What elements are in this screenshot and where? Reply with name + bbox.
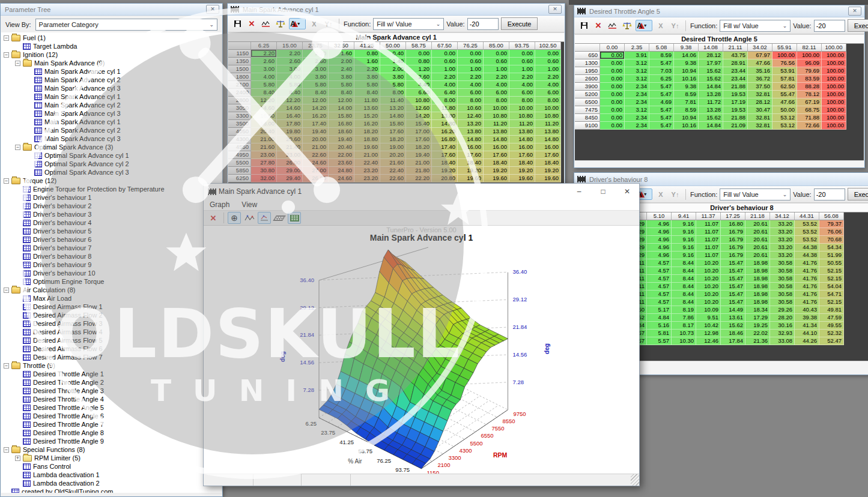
table-cell[interactable]: 0.60: [432, 58, 458, 65]
table-cell[interactable]: 49.55: [819, 322, 844, 330]
table-cell[interactable]: 0.00: [458, 50, 484, 58]
table-cell[interactable]: 29.40: [277, 175, 303, 182]
tree-item[interactable]: Desired Airmass Flow 5: [1, 336, 222, 345]
table-cell[interactable]: 13.28: [699, 91, 723, 98]
col-header[interactable]: 82.11: [797, 44, 822, 52]
tree-item[interactable]: Desired Throttle Angle 3: [1, 387, 222, 395]
tree-item[interactable]: Driver's behaviour 6: [1, 235, 222, 244]
table-cell[interactable]: 17.40: [432, 143, 458, 151]
table-cell[interactable]: 8.40: [354, 89, 380, 97]
table-cell[interactable]: 28.12: [699, 52, 723, 59]
table-cell[interactable]: 28.91: [723, 59, 748, 67]
table-cell[interactable]: 23.00: [277, 151, 303, 159]
table-cell[interactable]: 16.20: [432, 128, 458, 136]
table-cell[interactable]: 13.80: [432, 112, 458, 120]
table-cell[interactable]: 5.47: [649, 122, 674, 130]
table-cell[interactable]: 4.96: [647, 244, 672, 252]
table-cell[interactable]: 8.44: [672, 259, 696, 267]
table-cell[interactable]: 12.00: [303, 97, 329, 104]
save-icon[interactable]: [578, 20, 590, 31]
table-cell[interactable]: 18.98: [745, 267, 770, 275]
table-cell[interactable]: 2.20: [484, 73, 509, 81]
row-header[interactable]: 1800: [228, 73, 251, 81]
tree-item[interactable]: Lambda deactivation 1: [1, 471, 222, 479]
table-cell[interactable]: 0.00: [535, 50, 561, 58]
table-cell[interactable]: 12.40: [458, 112, 484, 120]
table-cell[interactable]: 67.19: [797, 98, 822, 106]
row-header[interactable]: 1300: [575, 59, 600, 67]
tree-expander-icon[interactable]: −: [4, 447, 9, 453]
tree-item[interactable]: Driver's behaviour 8: [1, 252, 222, 261]
value-input[interactable]: [814, 20, 845, 32]
table-cell[interactable]: 2.40: [329, 65, 354, 73]
table-cell[interactable]: 52.15: [819, 267, 844, 275]
table-cell[interactable]: 17.60: [380, 128, 406, 136]
tree-item[interactable]: Optimum Engine Torque: [1, 277, 222, 286]
table-cell[interactable]: 18.34: [745, 306, 770, 314]
table-cell[interactable]: 1.00: [458, 65, 484, 73]
table-cell[interactable]: 52.47: [819, 337, 844, 345]
table-cell[interactable]: 13.28: [699, 106, 723, 114]
delete-icon[interactable]: ✕: [592, 20, 604, 31]
row-header[interactable]: 8450: [575, 114, 600, 122]
table-cell[interactable]: 41.76: [795, 298, 819, 306]
table-cell[interactable]: 1.00: [509, 65, 535, 73]
table-cell[interactable]: 55.47: [772, 91, 797, 98]
row-header[interactable]: 4300: [228, 136, 251, 143]
table-cell[interactable]: 15.62: [699, 75, 723, 83]
table-cell[interactable]: 3.12: [625, 67, 649, 75]
col-header[interactable]: 9.38: [674, 44, 699, 52]
tree-item[interactable]: Optimal Spark Advance cyl 1: [1, 151, 222, 160]
row-header[interactable]: 1350: [228, 58, 251, 65]
table-cell[interactable]: 5.47: [649, 106, 674, 114]
table-cell[interactable]: 29.26: [770, 306, 795, 314]
tree-item[interactable]: Lambda deactivation 2: [1, 479, 222, 487]
table-cell[interactable]: 4.00: [277, 73, 303, 81]
table-cell[interactable]: 53.52: [795, 228, 819, 236]
table-cell[interactable]: 16.79: [721, 228, 745, 236]
menu-graph[interactable]: Graph: [210, 200, 229, 209]
table-cell[interactable]: 8.40: [329, 89, 354, 97]
table-cell[interactable]: 33.20: [770, 244, 795, 252]
tree-item[interactable]: Main Spark Advance cyl 3: [1, 134, 222, 143]
table-cell[interactable]: 19.60: [535, 175, 561, 182]
col-header[interactable]: 50.00: [380, 42, 406, 50]
table-cell[interactable]: 10.42: [696, 322, 721, 330]
table-cell[interactable]: 11.20: [484, 120, 509, 128]
tree-item[interactable]: Desired Airmass Flow 4: [1, 328, 222, 336]
tree-item[interactable]: Desired Airmass Flow 3: [1, 319, 222, 328]
table-cell[interactable]: 2.60: [303, 58, 329, 65]
table-cell[interactable]: 17.97: [699, 59, 723, 67]
tree-item[interactable]: −Throttle (9): [1, 361, 222, 370]
table-cell[interactable]: 2.60: [251, 58, 277, 65]
table-cell[interactable]: 17.19: [723, 98, 748, 106]
delete-icon[interactable]: ✕: [246, 18, 258, 29]
table-cell[interactable]: 0.80: [406, 58, 432, 65]
tree-item[interactable]: Desired Airmass Flow 1: [1, 303, 222, 311]
table-cell[interactable]: 14.84: [699, 83, 723, 91]
tree-item[interactable]: Driver's behaviour 3: [1, 210, 222, 218]
table-cell[interactable]: 33.20: [770, 228, 795, 236]
function-select[interactable]: Fill w/ Value ⌄: [720, 20, 791, 32]
table-cell[interactable]: 10.60: [458, 104, 484, 112]
table-cell[interactable]: 13.20: [458, 120, 484, 128]
table-cell[interactable]: 8.00: [458, 97, 484, 104]
table-cell[interactable]: 2.20: [458, 73, 484, 81]
table-cell[interactable]: 10.73: [672, 330, 696, 337]
table-cell[interactable]: 12.60: [406, 104, 432, 112]
row-header[interactable]: 650: [575, 52, 600, 59]
table-cell[interactable]: 3.80: [380, 73, 406, 81]
row-header[interactable]: 3300: [228, 112, 251, 120]
edit-values-icon[interactable]: A▼: [636, 20, 652, 31]
tree-item[interactable]: Target Lambda: [1, 42, 222, 50]
table-cell[interactable]: 3.80: [329, 73, 354, 81]
swap-y-axis-icon[interactable]: Y↑: [323, 18, 335, 29]
execute-button[interactable]: Execute: [848, 188, 868, 200]
table-cell[interactable]: 33.20: [770, 220, 795, 228]
table-cell[interactable]: 19.60: [484, 175, 509, 182]
table-cell[interactable]: 1.00: [535, 65, 561, 73]
col-header[interactable]: 17.25: [721, 212, 745, 220]
table-cell[interactable]: 0.40: [380, 50, 406, 58]
table-cell[interactable]: 8.40: [303, 89, 329, 97]
table-cell[interactable]: 15.62: [699, 67, 723, 75]
